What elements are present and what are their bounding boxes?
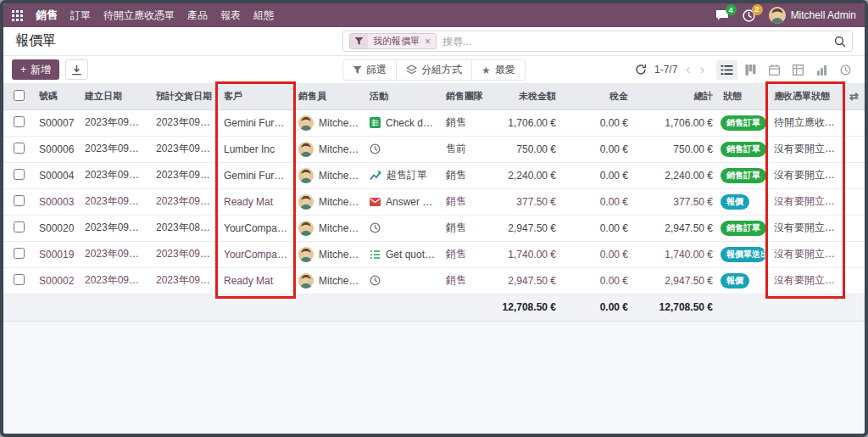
- salesperson-avatar: [298, 142, 314, 157]
- row-checkbox[interactable]: [14, 169, 25, 180]
- cell-salesperson: Mitchell Ad...: [293, 215, 364, 241]
- search-facet: 我的報價單 ×: [349, 33, 437, 49]
- cell-untaxed: 377.50 €: [487, 188, 561, 215]
- breadcrumb-row: 報價單 我的報價單 ×: [3, 27, 865, 56]
- apps-menu-icon[interactable]: [12, 10, 23, 21]
- cell-untaxed: 2,240.00 €: [487, 162, 561, 188]
- cell-customer: Ready Mat: [219, 267, 293, 294]
- cell-create-date: 2023年09月25日: [80, 267, 151, 294]
- cell-activity[interactable]: [364, 136, 441, 162]
- cell-tax: 0.00 €: [561, 109, 633, 136]
- col-header-tax[interactable]: 稅金: [561, 84, 633, 109]
- app-name[interactable]: 銷售: [36, 8, 58, 23]
- pager-next-icon[interactable]: ›: [699, 63, 705, 76]
- table-row[interactable]: S00020 2023年09月25日 2023年08月25日 YourCompa…: [3, 215, 865, 241]
- cell-number: S00007: [34, 109, 80, 136]
- col-header-create-date[interactable]: 建立日期: [80, 84, 151, 109]
- nav-item-reporting[interactable]: 報表: [220, 8, 241, 23]
- table-row[interactable]: S00019 2023年09月25日 2023年09月25日 YourCompa…: [3, 241, 865, 267]
- col-header-number[interactable]: 號碼: [34, 84, 80, 109]
- salesperson-avatar: [298, 194, 314, 210]
- row-checkbox[interactable]: [14, 195, 25, 206]
- col-header-salesperson[interactable]: 銷售員: [293, 84, 364, 109]
- table-row[interactable]: S00003 2023年09月25日 2023年09月26日 Ready Mat…: [3, 188, 865, 215]
- filters-button[interactable]: 篩選: [342, 59, 397, 81]
- tasks-icon: [370, 117, 381, 128]
- mail-icon: [370, 198, 381, 206]
- export-button[interactable]: [65, 59, 88, 80]
- filter-icon: [353, 65, 362, 75]
- row-checkbox[interactable]: [14, 116, 25, 127]
- page-title: 報價單: [15, 32, 56, 50]
- favorites-button[interactable]: ★ 最愛: [472, 59, 526, 81]
- cell-sales-team: 銷售: [441, 215, 487, 241]
- row-checkbox[interactable]: [14, 221, 25, 233]
- facet-remove-icon[interactable]: ×: [425, 36, 431, 47]
- new-button[interactable]: + 新增: [12, 59, 59, 80]
- cell-tax: 0.00 €: [561, 215, 633, 241]
- col-header-delivery-date[interactable]: 預計交貨日期: [151, 84, 219, 109]
- col-header-untaxed[interactable]: 未稅金額: [487, 84, 561, 109]
- group-by-button[interactable]: 分組方式: [397, 59, 472, 81]
- table-header-row: 號碼 建立日期 預計交貨日期 客戶 銷售員 活動 銷售團隊 未稅金額 稅金 總計…: [3, 84, 865, 109]
- view-activity-icon[interactable]: [835, 60, 856, 80]
- cell-tax: 0.00 €: [561, 241, 633, 267]
- view-kanban-icon[interactable]: [740, 60, 761, 80]
- cell-customer: Gemini Furniture...: [219, 162, 293, 188]
- row-checkbox[interactable]: [14, 143, 25, 154]
- cell-untaxed: 750.00 €: [487, 136, 561, 162]
- cell-invoice-status: 待開立應收憑單: [769, 109, 843, 136]
- cell-activity[interactable]: [364, 267, 441, 294]
- table-row[interactable]: S00006 2023年09月25日 2023年09月25日 Lumber In…: [3, 136, 865, 162]
- cell-status: 報價單送出: [718, 241, 769, 267]
- nav-item-orders[interactable]: 訂單: [70, 8, 91, 23]
- cell-sales-team: 銷售: [441, 162, 487, 188]
- activities-count-badge: 2: [752, 4, 763, 15]
- search-input[interactable]: [442, 36, 828, 48]
- nav-item-products[interactable]: 產品: [187, 8, 208, 23]
- cell-salesperson: Mitchell Ad...: [293, 162, 364, 188]
- cell-tax: 0.00 €: [561, 188, 633, 215]
- search-icon[interactable]: [834, 36, 846, 48]
- table-row[interactable]: S00007 2023年09月25日 2023年09月25日 Gemini Fu…: [3, 109, 865, 136]
- refresh-icon[interactable]: [635, 64, 647, 76]
- cell-customer: Gemini Furniture...: [219, 109, 293, 136]
- select-all-checkbox[interactable]: [14, 90, 25, 101]
- user-name: Mitchell Admin: [791, 9, 856, 21]
- user-menu[interactable]: Mitchell Admin: [769, 7, 856, 24]
- col-header-customer[interactable]: 客戶: [219, 84, 293, 109]
- search-options-group: 篩選 分組方式 ★ 最愛: [342, 59, 526, 81]
- activities-button[interactable]: 2: [743, 9, 755, 22]
- cell-status: 銷售訂單: [718, 162, 769, 188]
- cell-activity[interactable]: Answer ques...: [364, 188, 441, 215]
- view-calendar-icon[interactable]: [764, 60, 785, 80]
- col-header-invoice-status[interactable]: 應收憑單狀態: [769, 84, 843, 109]
- quotation-table-body: S00007 2023年09月25日 2023年09月25日 Gemini Fu…: [3, 109, 865, 294]
- messages-button[interactable]: 4: [715, 9, 729, 21]
- salesperson-avatar: [298, 221, 314, 236]
- col-header-status[interactable]: 狀態: [718, 84, 769, 109]
- cell-activity[interactable]: Get quote co...: [364, 241, 441, 267]
- view-pivot-icon[interactable]: [787, 60, 809, 80]
- cell-activity[interactable]: [364, 215, 441, 241]
- optional-columns-toggle-icon[interactable]: ⇄: [843, 84, 865, 109]
- cell-activity[interactable]: 超售訂單: [364, 162, 441, 188]
- salesperson-avatar: [298, 247, 314, 262]
- row-checkbox[interactable]: [14, 274, 25, 285]
- col-header-total[interactable]: 總計: [633, 84, 718, 109]
- nav-item-to-invoice[interactable]: 待開立應收憑單: [103, 8, 175, 23]
- search-bar[interactable]: 我的報價單 ×: [342, 31, 853, 52]
- new-button-label: 新增: [31, 63, 51, 77]
- col-header-team[interactable]: 銷售團隊: [441, 84, 487, 109]
- table-row[interactable]: S00004 2023年09月25日 2023年09月25日 Gemini Fu…: [3, 162, 865, 188]
- pager-prev-icon[interactable]: ‹: [685, 63, 691, 76]
- view-list-icon[interactable]: [716, 60, 737, 80]
- cell-activity[interactable]: Check delive...: [364, 109, 441, 136]
- cell-total: 1,740.00 €: [633, 241, 718, 267]
- view-graph-icon[interactable]: [811, 60, 832, 80]
- table-row[interactable]: S00002 2023年09月25日 2023年09月25日 Ready Mat…: [3, 267, 865, 294]
- col-header-activity[interactable]: 活動: [364, 84, 441, 109]
- row-checkbox[interactable]: [14, 248, 25, 259]
- nav-item-configuration[interactable]: 組態: [253, 8, 274, 23]
- cell-status: 銷售訂單: [718, 136, 769, 162]
